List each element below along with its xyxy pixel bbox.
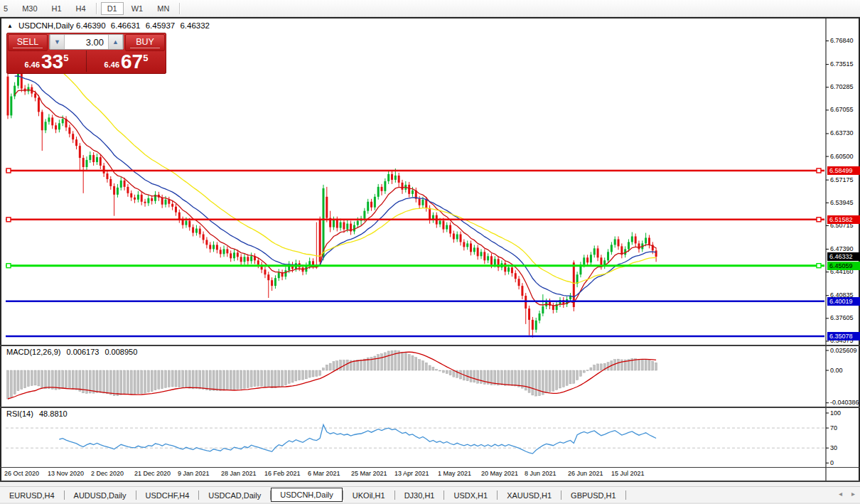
macd-header: MACD(12,26,9) 0.006173 0.008950 <box>6 348 141 356</box>
buy-price[interactable]: 6.46 67 5 <box>87 50 166 72</box>
rsi-label: RSI(14) <box>6 409 33 418</box>
ma-line <box>56 67 657 284</box>
chart-canvas <box>0 0 860 504</box>
line-handle[interactable] <box>817 168 821 173</box>
macd-axis-label: 0.00 <box>830 367 860 374</box>
macd-label: MACD(12,26,9) <box>6 348 60 356</box>
price-level-badge: 6.46332 <box>827 252 860 261</box>
price-axis-label: 6.53945 <box>830 199 860 206</box>
price-axis-label: 6.47390 <box>830 245 860 252</box>
rsi-value: 48.8810 <box>39 409 68 418</box>
collapse-icon[interactable]: ▲ <box>7 23 13 29</box>
macd-histogram <box>7 350 657 399</box>
date-axis-label: 20 May 2021 <box>481 470 518 477</box>
macd-axis-label: -0.040386 <box>830 399 860 406</box>
macd-panel-separator[interactable] <box>0 345 860 346</box>
date-axis-label: 15 Jul 2021 <box>611 470 645 477</box>
buy-button[interactable]: BUY <box>125 34 165 51</box>
sell-price-base: 6.46 <box>25 60 40 69</box>
date-axis-label: 26 Jun 2021 <box>568 470 603 477</box>
rsi-axis-label: 100 <box>830 409 860 417</box>
line-handle[interactable] <box>6 218 11 222</box>
date-axis-label: 28 Jan 2021 <box>221 470 257 477</box>
line-handle[interactable] <box>817 218 821 222</box>
ohlc-high: 6.46631 <box>111 21 141 30</box>
buy-price-pips: 67 <box>121 53 143 71</box>
price-axis-label: 6.57175 <box>830 176 860 183</box>
macd-axis-label: 0.025609 <box>830 347 860 354</box>
sell-price-point: 5 <box>63 53 68 63</box>
line-handle[interactable] <box>817 264 821 268</box>
chart-title: ▲USDCNH,Daily 6.46390 6.46631 6.45937 6.… <box>7 21 213 30</box>
line-handle[interactable] <box>6 264 11 268</box>
volume-stepper: ▼ ▲ <box>49 34 124 50</box>
frame-bottom-border <box>0 481 860 482</box>
price-level-badge: 6.45059 <box>827 262 860 270</box>
rsi-panel-separator[interactable] <box>0 407 860 408</box>
date-axis-label: 2 Dec 2020 <box>91 470 124 477</box>
ohlc-open: 6.46390 <box>76 21 106 30</box>
sell-price[interactable]: 6.46 33 5 <box>7 50 87 72</box>
price-level-badge: 6.51582 <box>827 215 860 224</box>
buy-price-point: 5 <box>143 53 148 63</box>
sell-price-pips: 33 <box>41 53 63 71</box>
date-axis-label: 13 Nov 2020 <box>48 470 84 477</box>
date-axis-label: 13 Apr 2021 <box>394 470 429 477</box>
price-axis-label: 6.76840 <box>830 37 860 44</box>
price-axis-label: 6.63730 <box>830 129 860 136</box>
buy-price-base: 6.46 <box>104 60 119 69</box>
volume-decrease-icon[interactable]: ▼ <box>50 35 65 49</box>
price-axis-label: 6.60500 <box>830 153 860 160</box>
price-axis-label: 6.70285 <box>830 83 860 90</box>
sell-button[interactable]: SELL <box>8 34 48 51</box>
line-handle[interactable] <box>6 168 11 173</box>
rsi-line <box>59 425 656 454</box>
date-axis-label: 9 Jan 2021 <box>178 470 210 477</box>
macd-signal-value: 0.008950 <box>104 348 137 356</box>
macd-main-value: 0.006173 <box>66 348 99 356</box>
date-axis-label: 1 May 2021 <box>438 470 471 477</box>
date-axis-label: 21 Dec 2020 <box>134 470 171 477</box>
candles-layer <box>7 65 657 338</box>
date-axis-label: 8 Jun 2021 <box>525 470 557 477</box>
rsi-header: RSI(14) 48.8810 <box>6 409 71 418</box>
price-axis-label: 6.37605 <box>830 314 860 321</box>
ohlc-close: 6.46332 <box>180 21 210 30</box>
price-level-badge: 6.35078 <box>827 332 860 341</box>
ohlc-low: 6.45937 <box>146 21 176 30</box>
price-level-badge: 6.58499 <box>827 166 860 175</box>
rsi-axis-label: 0 <box>830 459 860 466</box>
volume-increase-icon[interactable]: ▲ <box>108 35 123 49</box>
date-axis-label: 26 Oct 2020 <box>4 470 39 477</box>
symbol-title: USDCNH,Daily <box>18 21 74 30</box>
one-click-trade-panel: SELL ▼ ▲ BUY 6.46 33 5 6.46 67 5 <box>6 33 166 74</box>
date-axis-label: 25 Mar 2021 <box>351 470 387 477</box>
volume-input[interactable] <box>65 35 108 49</box>
price-axis-label: 6.67055 <box>830 106 860 113</box>
date-axis-label: 6 Mar 2021 <box>308 470 340 477</box>
rsi-axis-label: 70 <box>830 424 860 431</box>
date-axis-label: 16 Feb 2021 <box>264 470 301 477</box>
price-axis-label: 6.73515 <box>830 60 860 68</box>
rsi-axis-label: 30 <box>830 444 860 451</box>
price-level-badge: 6.40019 <box>827 297 860 306</box>
x-axis-line <box>0 467 860 468</box>
